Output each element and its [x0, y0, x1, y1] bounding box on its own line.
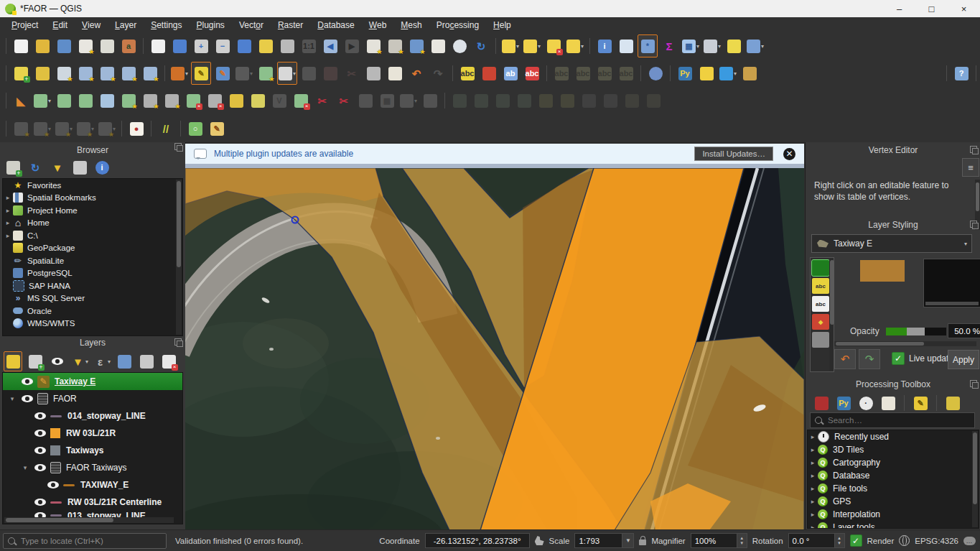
- select-by-location-button[interactable]: ▾: [565, 34, 585, 57]
- view-3d-tab[interactable]: ◆: [812, 314, 829, 330]
- menu-layer[interactable]: Layer: [108, 17, 144, 32]
- processing-python-button[interactable]: Py: [834, 393, 853, 413]
- browser-item-c-[interactable]: ▸C:\: [3, 229, 182, 242]
- statistical-summary-button[interactable]: [616, 34, 636, 57]
- filter-legend-button[interactable]: ▼▾: [70, 351, 89, 371]
- notification-close-icon[interactable]: ✕: [783, 148, 795, 160]
- layers-hscrollbar[interactable]: [4, 517, 174, 523]
- processing-scrollbar[interactable]: [972, 431, 978, 527]
- processing-dock-icon[interactable]: [970, 380, 977, 387]
- browser-item-home[interactable]: ▸⌂Home: [3, 217, 182, 230]
- layer-diagram-button[interactable]: [479, 62, 499, 85]
- scale-feature-button[interactable]: [75, 89, 95, 112]
- symbology-tab[interactable]: [812, 260, 829, 276]
- zoom-out-button[interactable]: −: [213, 34, 233, 57]
- select-features-by-value-button[interactable]: ▾: [522, 34, 542, 57]
- menu-view[interactable]: View: [75, 17, 108, 32]
- zoom-in-button[interactable]: +: [191, 34, 211, 57]
- browser-scrollbar[interactable]: [176, 180, 182, 335]
- measure-line-button[interactable]: ▾: [702, 34, 722, 57]
- show-layout-manager-button[interactable]: [97, 34, 117, 57]
- layer-visibility-eye-icon[interactable]: [22, 395, 33, 402]
- browser-properties-button[interactable]: i: [93, 157, 111, 177]
- menu-mesh[interactable]: Mesh: [393, 17, 429, 32]
- menu-processing[interactable]: Processing: [429, 17, 486, 32]
- zoom-last-button[interactable]: ◀: [320, 34, 340, 57]
- fill-ring-button[interactable]: [226, 89, 246, 112]
- history-tab[interactable]: [812, 332, 829, 348]
- rotation-spinner-arrows[interactable]: ▲▼: [834, 534, 844, 547]
- menu-settings[interactable]: Settings: [144, 17, 189, 32]
- callouts-tab[interactable]: abc: [812, 296, 829, 312]
- fill-color-swatch[interactable]: [860, 260, 905, 282]
- offset-curve-button[interactable]: [248, 89, 268, 112]
- quickmapservices-button[interactable]: [696, 62, 717, 85]
- current-edits-button[interactable]: ▾: [169, 62, 190, 85]
- layers-dock-icon[interactable]: [174, 338, 182, 346]
- opacity-slider[interactable]: [886, 328, 946, 335]
- nominatim-search-button[interactable]: [645, 62, 666, 85]
- styling-layer-select[interactable]: Taxiway E ▾: [811, 234, 972, 253]
- styling-tab-scrollbar[interactable]: [829, 259, 834, 371]
- add-circle-button[interactable]: ★: [118, 89, 139, 112]
- select-features-button[interactable]: ▾: [500, 34, 521, 57]
- delete-part-button[interactable]: ×: [183, 89, 203, 112]
- remove-layer-button[interactable]: ×: [159, 351, 178, 371]
- menu-edit[interactable]: Edit: [45, 17, 75, 32]
- rotate-feature-button[interactable]: [54, 89, 74, 112]
- processing-group-cartography[interactable]: ▸QCartography: [808, 456, 979, 469]
- locate-box[interactable]: [3, 533, 167, 549]
- new-project-button[interactable]: [11, 34, 31, 57]
- browser-item-ms-sql-server[interactable]: »MS SQL Server: [3, 292, 182, 305]
- opacity-slider-handle[interactable]: [907, 328, 925, 335]
- magnifier-spinner[interactable]: 100% ▲▼: [691, 533, 747, 548]
- layer-item-taxiway-e[interactable]: ✎Taxiway E: [3, 373, 182, 390]
- data-source-manager-button[interactable]: +: [11, 62, 31, 85]
- processing-group-layer-tools[interactable]: ▸QLayer tools: [808, 521, 979, 529]
- layer-visibility-eye-icon[interactable]: [34, 430, 46, 437]
- processing-group-recently-used[interactable]: ▸Recently used: [808, 430, 979, 443]
- help-button[interactable]: ?: [951, 62, 971, 85]
- vscode-button[interactable]: ▾: [718, 62, 738, 85]
- processing-group-interpolation[interactable]: ▸QInterpolation: [808, 508, 979, 521]
- vertex-editor-menu-button[interactable]: ≡: [962, 158, 979, 177]
- manage-map-themes-button[interactable]: [48, 351, 67, 371]
- build-tools-button[interactable]: [739, 62, 760, 85]
- zoom-to-selection-button[interactable]: [256, 34, 276, 57]
- temporal-controller-button[interactable]: [449, 34, 470, 57]
- lock-scale-icon[interactable]: [639, 540, 646, 545]
- pan-to-selection-button[interactable]: [169, 34, 190, 57]
- filter-browser-button[interactable]: ▼: [48, 157, 67, 177]
- minimize-button[interactable]: –: [883, 0, 915, 17]
- expand-all-button[interactable]: [115, 351, 134, 371]
- browser-item-favorites[interactable]: ★Favorites: [3, 179, 182, 192]
- new-3d-map-view-button[interactable]: ★: [385, 34, 405, 57]
- locate-input[interactable]: [19, 536, 166, 546]
- pin-labels-button[interactable]: ab: [500, 62, 521, 85]
- collapse-all-button[interactable]: [70, 157, 89, 177]
- split-features-button[interactable]: ✂: [312, 89, 332, 112]
- layer-item-rw-03l-21r-centerline[interactable]: RW 03L/21R Centerline: [3, 494, 182, 511]
- processing-log-button[interactable]: [879, 393, 897, 413]
- save-layer-edits-button[interactable]: ✎: [213, 62, 233, 85]
- style-manager-button[interactable]: a: [118, 34, 139, 57]
- layer-labeling-button[interactable]: abc: [457, 62, 477, 85]
- python-console-button[interactable]: Py: [675, 62, 695, 85]
- styling-undo-button[interactable]: ↶: [834, 349, 856, 369]
- processing-toolbox-button[interactable]: *: [638, 34, 658, 57]
- scale-select[interactable]: 1:793 ▼: [574, 533, 634, 548]
- show-spatial-bookmarks-button[interactable]: [428, 34, 448, 57]
- digitizing-tools-plugin-button[interactable]: //: [156, 117, 176, 140]
- open-project-button[interactable]: [32, 34, 52, 57]
- processing-group-database[interactable]: ▸QDatabase: [808, 469, 979, 482]
- new-temporary-scratch-layer-button[interactable]: ★: [97, 62, 117, 85]
- layer-visibility-eye-icon[interactable]: [47, 481, 59, 489]
- magnifier-spinner-arrows[interactable]: ▲▼: [737, 534, 747, 547]
- new-shapefile-layer-button[interactable]: ★: [75, 62, 95, 85]
- live-update-checkbox[interactable]: ✓: [892, 352, 905, 365]
- run-feature-action-button[interactable]: ▾: [745, 34, 765, 57]
- opacity-value[interactable]: 50.0 %: [948, 323, 980, 338]
- layer-item-faor-taxiways[interactable]: ▾FAOR Taxiways: [3, 459, 182, 476]
- extents-tracking-icon[interactable]: [535, 536, 544, 545]
- layer-item-faor[interactable]: ▾FAOR: [3, 390, 182, 407]
